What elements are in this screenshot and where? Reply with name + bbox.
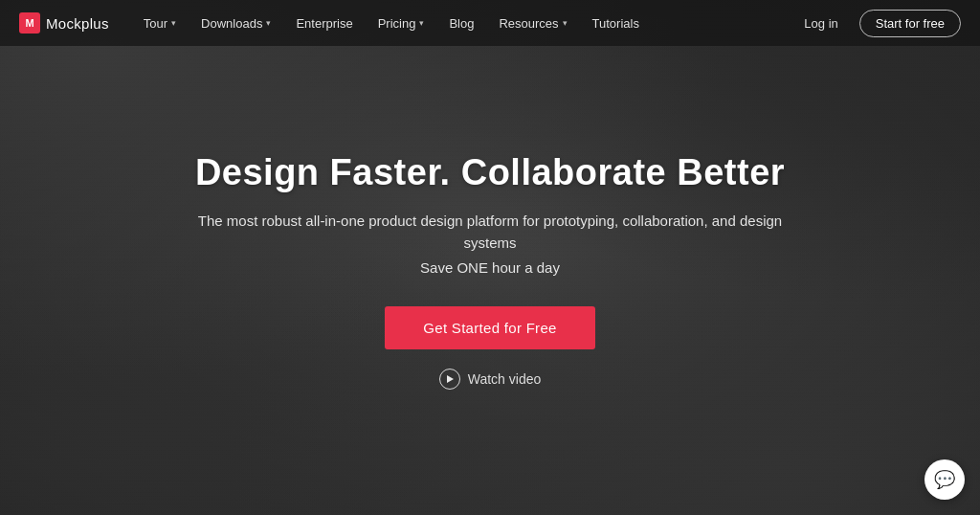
play-icon: [439, 369, 460, 390]
login-button[interactable]: Log in: [794, 11, 847, 36]
chat-icon: 💬: [934, 469, 955, 490]
nav-right: Log in Start for free: [794, 10, 961, 37]
logo-text: Mockplus: [46, 15, 109, 32]
chevron-down-icon: ▾: [266, 18, 271, 28]
hero-content: Design Faster. Collaborate Better The mo…: [0, 0, 980, 515]
navbar: M Mockplus Tour ▾ Downloads ▾ Enterprise…: [0, 0, 980, 46]
nav-items: Tour ▾ Downloads ▾ Enterprise Pricing ▾ …: [132, 11, 795, 36]
nav-item-resources[interactable]: Resources ▾: [487, 11, 578, 36]
watch-video-label: Watch video: [468, 371, 542, 387]
hero-subtitle: The most robust all-in-one product desig…: [193, 211, 787, 254]
chevron-down-icon: ▾: [563, 18, 568, 28]
chat-button[interactable]: 💬: [924, 459, 965, 500]
logo-icon: M: [19, 12, 40, 34]
hero-title: Design Faster. Collaborate Better: [195, 152, 785, 193]
get-started-button[interactable]: Get Started for Free: [385, 306, 594, 349]
nav-item-enterprise[interactable]: Enterprise: [284, 11, 364, 36]
chevron-down-icon: ▾: [419, 18, 424, 28]
nav-item-tour[interactable]: Tour ▾: [132, 11, 188, 36]
hero-tagline: Save ONE hour a day: [420, 259, 560, 276]
play-triangle: [447, 375, 454, 383]
nav-item-tutorials[interactable]: Tutorials: [581, 11, 651, 36]
nav-item-blog[interactable]: Blog: [437, 11, 485, 36]
logo[interactable]: M Mockplus: [19, 12, 109, 34]
start-for-free-nav-button[interactable]: Start for free: [859, 10, 961, 37]
chevron-down-icon: ▾: [171, 18, 176, 28]
nav-item-pricing[interactable]: Pricing ▾: [367, 11, 436, 36]
nav-item-downloads[interactable]: Downloads ▾: [189, 11, 282, 36]
watch-video-link[interactable]: Watch video: [439, 369, 542, 390]
